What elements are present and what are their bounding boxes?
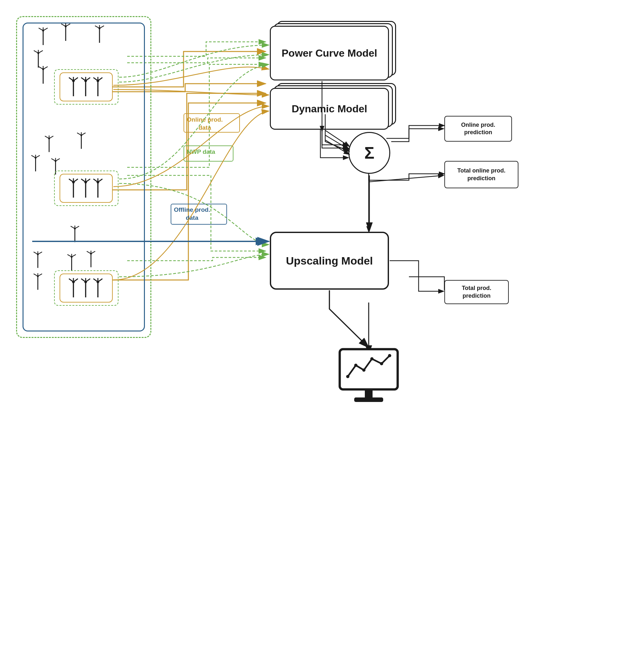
svg-line-62: [51, 159, 55, 161]
svg-line-52: [77, 133, 81, 136]
svg-line-33: [73, 77, 78, 81]
svg-line-57: [31, 156, 36, 158]
turbine-solo: [36, 27, 51, 48]
svg-line-32: [69, 77, 73, 81]
svg-line-82: [70, 226, 75, 229]
svg-point-125: [380, 362, 383, 365]
turbine-group-1-box: [60, 72, 113, 101]
svg-line-28: [43, 67, 48, 69]
dynamic-label: Dynamic Model: [292, 103, 367, 115]
total-online-pred-box: Total online prod.prediction: [444, 161, 519, 188]
svg-line-93: [72, 255, 76, 257]
svg-line-8: [43, 28, 48, 30]
turbine-solo: [68, 225, 82, 245]
turbine-solo: [28, 155, 43, 174]
power-curve-model-box: Power Curve Model: [270, 26, 389, 80]
turbine-solo: [42, 135, 56, 155]
svg-line-131: [325, 131, 349, 146]
turbine-solo: [36, 66, 51, 87]
svg-line-38: [86, 77, 90, 81]
svg-line-133: [325, 140, 349, 155]
online-prod-label-box: [184, 113, 240, 133]
svg-line-37: [81, 77, 86, 81]
svg-line-42: [93, 77, 98, 81]
svg-line-17: [95, 26, 99, 28]
svg-line-107: [69, 279, 73, 282]
svg-line-18: [99, 26, 104, 28]
turbine-solo: [92, 25, 107, 46]
svg-point-126: [388, 354, 391, 357]
svg-line-7: [39, 28, 43, 30]
svg-line-48: [49, 136, 53, 139]
svg-line-112: [81, 279, 86, 282]
turbine-solo: [30, 251, 45, 271]
turbine-group-2-box: [60, 174, 113, 203]
svg-line-83: [75, 226, 79, 229]
total-prod-pred-box: Total prod.prediction: [444, 280, 509, 304]
svg-line-53: [82, 133, 86, 136]
online-pred-label: Online prod.prediction: [461, 121, 495, 137]
svg-line-67: [69, 179, 73, 182]
svg-line-92: [67, 255, 71, 257]
total-prod-pred-label: Total prod.prediction: [462, 284, 491, 300]
svg-line-88: [38, 252, 42, 255]
sigma-symbol: Σ: [364, 143, 374, 163]
svg-line-108: [73, 279, 78, 282]
svg-line-23: [38, 50, 43, 53]
svg-line-97: [87, 251, 91, 254]
svg-point-122: [354, 364, 358, 367]
svg-line-78: [98, 179, 102, 182]
total-online-pred-label: Total online prod.prediction: [457, 167, 506, 182]
svg-line-103: [38, 274, 42, 277]
sigma-box: Σ: [348, 132, 390, 174]
upscaling-model-box: Upscaling Model: [270, 232, 389, 290]
svg-line-102: [33, 274, 38, 277]
diagram-container: Power Curve Model Dynamic Model Σ Online…: [0, 0, 644, 662]
svg-point-124: [370, 357, 373, 360]
power-curve-label: Power Curve Model: [282, 47, 377, 59]
nwp-data-label-box: [184, 145, 233, 162]
svg-line-98: [91, 251, 95, 254]
svg-line-77: [93, 179, 98, 182]
turbine-solo: [58, 23, 73, 44]
svg-line-58: [36, 156, 40, 158]
svg-line-27: [39, 67, 43, 69]
svg-line-13: [66, 24, 70, 26]
turbine-solo: [84, 251, 98, 270]
turbine-solo: [30, 273, 45, 293]
svg-line-132: [325, 135, 349, 150]
svg-line-63: [56, 159, 60, 161]
svg-line-87: [33, 252, 38, 255]
turbine-solo: [74, 132, 89, 152]
online-pred-box: Online prod.prediction: [444, 116, 512, 142]
svg-line-118: [98, 279, 102, 282]
svg-point-123: [362, 369, 366, 372]
upscaling-label: Upscaling Model: [286, 254, 373, 267]
svg-line-22: [34, 50, 38, 53]
dynamic-model-box: Dynamic Model: [270, 88, 389, 130]
svg-line-73: [86, 179, 90, 182]
svg-line-12: [61, 24, 66, 26]
turbine-group-3-box: [60, 274, 113, 303]
monitor-icon: [337, 348, 401, 405]
svg-line-47: [45, 136, 49, 139]
svg-line-72: [81, 179, 86, 182]
svg-line-68: [73, 179, 78, 182]
svg-point-121: [346, 375, 349, 378]
svg-line-113: [86, 279, 90, 282]
svg-line-43: [98, 77, 102, 81]
svg-line-117: [93, 279, 98, 282]
svg-rect-128: [354, 398, 383, 402]
offline-prod-label-box: [171, 204, 227, 224]
svg-rect-127: [365, 389, 372, 398]
